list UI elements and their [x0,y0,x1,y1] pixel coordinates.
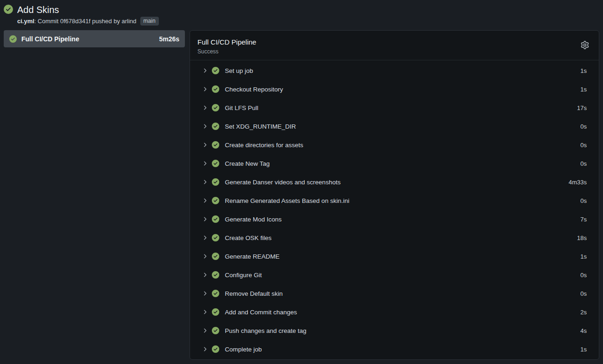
chevron-right-icon[interactable] [202,179,208,185]
chevron-right-icon[interactable] [202,86,208,92]
job-settings-button[interactable] [581,40,590,50]
chevron-right-icon[interactable] [202,309,208,315]
step-name: Create New Tag [225,160,580,167]
check-circle-icon [212,123,219,130]
step-duration: 1s [580,86,587,93]
step-name: Rename Generated Assets Based on skin.in… [225,197,580,204]
sidebar-job-item[interactable]: Full CI/CD Pipeline 5m26s [4,30,185,47]
step-name: Set up job [225,67,580,74]
steps-list: Set up job 1s Checkout Repository 1s Git… [190,60,599,359]
step-duration: 0s [580,272,587,279]
chevron-right-icon[interactable] [202,104,208,111]
chevron-right-icon[interactable] [202,253,208,260]
step-name: Push changes and create tag [225,327,580,334]
step-row[interactable]: Git LFS Pull 17s [190,98,599,117]
chevron-right-icon[interactable] [202,327,208,334]
job-panel-header: Full CI/CD Pipeline Success [190,31,599,60]
job-status-text: Success [197,48,591,55]
step-duration: 1s [580,253,587,260]
step-name: Create OSK files [225,234,577,241]
commit-text: : Commit 0f678d341f pushed by arlind [34,18,137,25]
step-row[interactable]: Checkout Repository 1s [190,80,599,98]
step-name: Git LFS Pull [225,104,577,111]
check-circle-icon [212,253,219,260]
step-duration: 0s [580,160,587,167]
step-duration: 4m33s [569,179,587,186]
step-row[interactable]: Rename Generated Assets Based on skin.in… [190,191,599,210]
step-name: Complete job [225,346,580,353]
check-circle-icon [212,104,219,111]
step-name: Add and Commit changes [225,309,580,316]
step-row[interactable]: Create New Tag 0s [190,154,599,173]
chevron-right-icon[interactable] [202,123,208,130]
check-circle-icon [212,197,219,204]
check-circle-icon [212,271,219,279]
check-circle-icon [212,234,219,241]
check-circle-icon [212,290,219,297]
step-name: Generate README [225,253,580,260]
chevron-right-icon[interactable] [202,142,208,148]
job-panel: Full CI/CD Pipeline Success Set up job 1… [190,30,599,360]
step-duration: 0s [580,197,587,204]
step-duration: 0s [580,123,587,130]
check-circle-icon [212,141,219,149]
check-circle-icon [4,5,13,14]
chevron-right-icon[interactable] [202,216,208,222]
branch-badge[interactable]: main [140,17,159,26]
check-circle-icon [212,215,219,223]
step-duration: 0s [580,290,587,297]
chevron-right-icon[interactable] [202,197,208,204]
step-row[interactable]: Push changes and create tag 4s [190,321,599,340]
check-circle-icon [212,327,219,334]
check-circle-icon [212,308,219,316]
step-name: Generate Danser videos and screenshots [225,179,569,186]
step-row[interactable]: Configure Git 0s [190,266,599,284]
check-circle-icon [212,67,219,74]
chevron-right-icon[interactable] [202,290,208,297]
check-circle-icon [212,160,219,167]
step-name: Checkout Repository [225,86,580,93]
step-duration: 2s [580,309,587,316]
step-duration: 18s [577,234,587,241]
gear-icon [581,41,589,49]
step-row[interactable]: Set up job 1s [190,61,599,80]
step-row[interactable]: Create directories for assets 0s [190,136,599,154]
step-row[interactable]: Generate Danser videos and screenshots 4… [190,173,599,191]
step-duration: 1s [580,346,587,353]
run-header: Add Skins ci.yml: Commit 0f678d341f push… [0,0,603,26]
step-name: Generate Mod Icons [225,216,580,223]
panel-job-title: Full CI/CD Pipeline [197,38,591,46]
step-row[interactable]: Generate README 1s [190,247,599,266]
step-row[interactable]: Set XDG_RUNTIME_DIR 0s [190,117,599,136]
step-name: Set XDG_RUNTIME_DIR [225,123,580,130]
job-duration: 5m26s [159,35,179,43]
run-title: Add Skins [17,4,159,15]
step-duration: 17s [577,104,587,111]
commit-info: ci.yml: Commit 0f678d341f pushed by arli… [17,17,159,26]
step-duration: 1s [580,67,587,74]
step-name: Remove Default skin [225,290,580,297]
step-duration: 4s [580,327,587,334]
workflow-file: ci.yml [17,18,34,25]
chevron-right-icon[interactable] [202,160,208,167]
check-circle-icon [212,85,219,93]
step-duration: 0s [580,142,587,149]
chevron-right-icon[interactable] [202,67,208,74]
step-row[interactable]: Add and Commit changes 2s [190,303,599,321]
chevron-right-icon[interactable] [202,346,208,352]
check-circle-icon [9,35,17,43]
step-row[interactable]: Create OSK files 18s [190,228,599,247]
chevron-right-icon[interactable] [202,272,208,278]
jobs-sidebar: Full CI/CD Pipeline 5m26s [4,30,185,47]
step-name: Create directories for assets [225,142,580,149]
step-row[interactable]: Complete job 1s [190,340,599,358]
job-name: Full CI/CD Pipeline [21,35,154,43]
check-circle-icon [212,345,219,353]
step-name: Configure Git [225,272,580,279]
step-row[interactable]: Generate Mod Icons 7s [190,210,599,228]
step-row[interactable]: Remove Default skin 0s [190,284,599,303]
check-circle-icon [212,178,219,186]
step-duration: 7s [580,216,587,223]
chevron-right-icon[interactable] [202,234,208,241]
